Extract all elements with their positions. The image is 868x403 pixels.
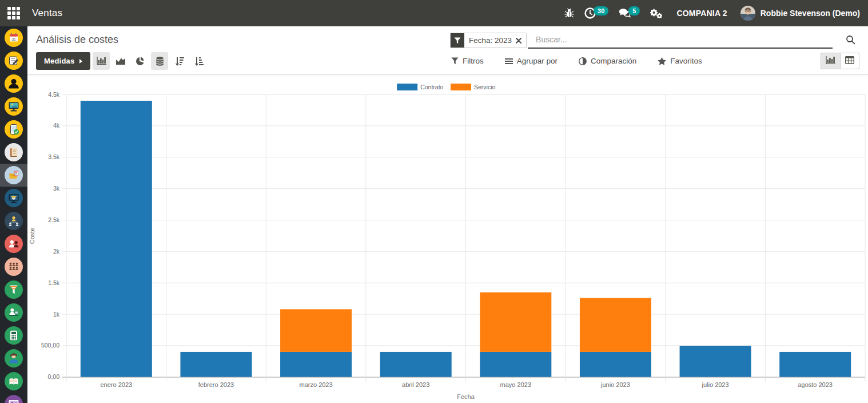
svg-text:Contrato: Contrato [420,84,443,90]
apps-grid-icon [7,7,20,19]
helpdesk-app-icon [5,303,23,322]
star-icon [658,57,670,65]
svg-text:2.5k: 2.5k [48,216,60,223]
database-icon [156,57,164,66]
action-area: Análisis de costes Fecha: 2023 [27,26,868,403]
sidebar-app-person[interactable] [0,347,27,370]
svg-text:0,00: 0,00 [48,373,60,380]
sidebar-app-calculator[interactable] [0,324,27,347]
svg-text:3k: 3k [53,185,60,192]
company-switcher[interactable]: COMPANIA 2 [667,9,735,18]
messages-button[interactable]: 5 [614,0,645,26]
apps-sidebar: 31 [0,26,27,403]
sidebar-app-recruitment[interactable] [0,232,27,255]
sidebar-app-employees[interactable] [0,255,27,278]
svg-text:Coste: Coste [29,228,35,244]
sidebar-app-orgchart[interactable] [0,210,27,232]
svg-text:500,00: 500,00 [41,342,59,349]
sidebar-app-helpdesk[interactable] [0,301,27,324]
book-app-icon [5,143,23,161]
svg-text:agosto 2023: agosto 2023 [798,381,833,388]
sidebar-app-presentation[interactable] [0,95,27,118]
svg-text:31: 31 [11,37,16,41]
svg-text:2k: 2k [53,248,60,255]
sidebar-app-elearning[interactable] [0,187,27,210]
debug-button[interactable] [559,0,579,26]
graph-view-icon [826,56,835,66]
sidebar-app-openbook[interactable] [0,370,27,393]
chart-area: 0,00500,001k1.5k2k2.5k3k3.5k4k4.5kenero … [27,76,868,403]
search-bar: Fecha: 2023 [450,33,857,49]
svg-text:1.5k: 1.5k [48,279,60,286]
menu-label: Agrupar por [517,57,558,65]
switch-to-graph-view[interactable] [821,53,840,69]
stacked-bar-chart[interactable]: 0,00500,001k1.5k2k2.5k3k3.5k4k4.5kenero … [27,76,868,403]
magnifier-icon [846,35,855,46]
search-facet-filter[interactable]: Fecha: 2023 [450,33,527,48]
elearning-app-icon [5,189,23,207]
bar-chart-button[interactable] [93,52,110,70]
search-facet-label: Fecha: 2023 [464,33,516,48]
pivot-view-icon [845,56,854,66]
sort-asc-button[interactable] [190,52,207,70]
area-chart-button[interactable] [112,52,129,70]
activities-button[interactable]: 30 [579,0,614,26]
view-title: Análisis de costes [36,34,118,46]
sidebar-app-contacts[interactable] [0,72,27,95]
phone-check-app-icon [5,120,23,139]
sales-app-icon [5,166,23,184]
menu-favoritos[interactable]: Favoritos [658,57,702,65]
current-app-title[interactable]: Ventas [32,7,62,19]
settings-button[interactable] [645,0,667,26]
bars-icon [505,58,517,65]
sort-desc-button[interactable] [170,52,188,70]
menu-filtros[interactable]: Filtros [451,57,484,65]
control-panel: Análisis de costes Fecha: 2023 [27,26,868,75]
menu-agrupar-por[interactable]: Agrupar por [505,57,558,65]
user-avatar [740,6,755,21]
sidebar-app-book[interactable] [0,141,27,164]
gears-icon [650,8,662,18]
search-options: FiltrosAgrupar porComparaciónFavoritos [451,52,723,70]
svg-text:marzo 2023: marzo 2023 [300,381,333,388]
area-chart-icon [116,57,126,65]
activities-counter-badge: 30 [594,6,608,15]
employees-app-icon [5,258,23,276]
menu-comparación[interactable]: Comparación [579,57,636,65]
notes-app-icon [5,52,23,70]
graph-toolbar: Medidas [36,52,207,70]
control-panel-row2: Medidas FiltrosAgrupar porComparaciónFav… [27,52,868,70]
apps-menu-button[interactable] [0,0,27,26]
sidebar-app-website[interactable] [0,393,27,403]
svg-text:Fecha: Fecha [457,393,475,400]
filter-facet-funnel-icon [451,33,464,48]
svg-text:3.5k: 3.5k [48,153,60,160]
person-app-icon [5,349,23,368]
view-switcher [821,53,859,69]
svg-text:mayo 2023: mayo 2023 [500,381,531,388]
svg-text:Servicio: Servicio [474,84,496,90]
top-navbar: Ventas [0,0,868,26]
search-input[interactable] [528,35,833,45]
svg-text:abril 2023: abril 2023 [402,381,429,388]
user-name: Robbie Stevenson (Demo) [761,9,860,18]
facet-remove-button[interactable] [516,33,526,48]
systray: 30 5 COMPANIA 2 [559,0,868,26]
measures-button[interactable]: Medidas [36,52,90,70]
sidebar-app-funnel[interactable] [0,278,27,301]
svg-text:4k: 4k [53,122,60,129]
search-submit-button[interactable] [833,33,857,49]
contacts-app-icon [5,74,23,93]
pie-chart-button[interactable] [132,52,149,70]
sidebar-app-calendar[interactable]: 31 [0,26,27,49]
sort-desc-icon [174,57,184,66]
menu-label: Comparación [591,57,636,65]
sidebar-app-notes[interactable] [0,49,27,72]
sidebar-app-phone-check[interactable] [0,118,27,141]
switch-to-pivot-view[interactable] [840,53,859,69]
pie-chart-icon [136,57,145,66]
database-button[interactable] [151,52,168,70]
search-input-area [528,33,833,49]
sidebar-app-sales[interactable] [0,164,27,187]
user-menu[interactable]: Robbie Stevenson (Demo) [735,6,860,21]
